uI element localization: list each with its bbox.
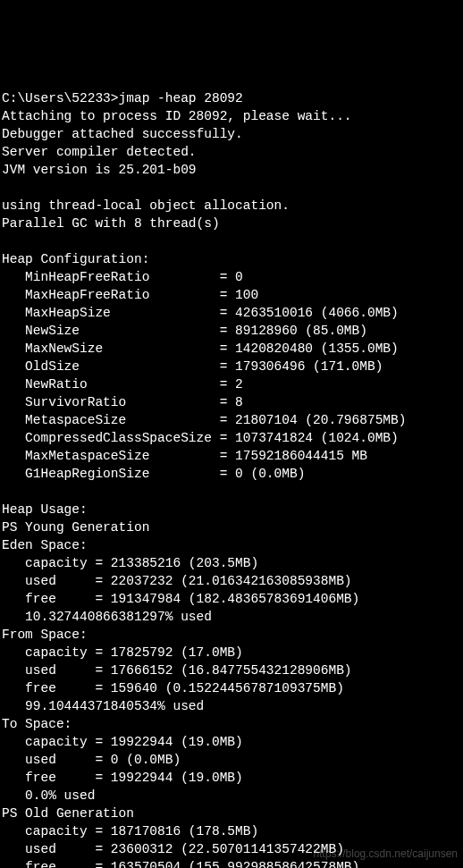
heap-usage-title: Heap Usage: bbox=[2, 502, 88, 517]
from-line: free = 159640 (0.15224456787109375MB) bbox=[2, 681, 344, 695]
config-row: MetaspaceSize = 21807104 (20.796875MB) bbox=[2, 413, 406, 427]
config-row: MaxHeapSize = 4263510016 (4066.0MB) bbox=[2, 306, 399, 320]
output-line: Parallel GC with 8 thread(s) bbox=[2, 216, 220, 231]
to-line: free = 19922944 (19.0MB) bbox=[2, 771, 243, 785]
old-line: free = 163570504 (155.99298858642578MB) bbox=[2, 860, 359, 868]
eden-line: capacity = 213385216 (203.5MB) bbox=[2, 556, 258, 570]
watermark: https://blog.csdn.net/caijunsen bbox=[314, 845, 458, 863]
oldgen-title: PS Old Generation bbox=[2, 806, 134, 821]
to-line: 0.0% used bbox=[2, 788, 95, 803]
from-line: used = 17666152 (16.847755432128906MB) bbox=[2, 663, 352, 678]
old-line: used = 23600312 (22.50701141357422MB) bbox=[2, 842, 344, 856]
eden-line: used = 22037232 (21.016342163085938MB) bbox=[2, 574, 352, 588]
terminal-output[interactable]: C:\Users\52233>jmap -heap 28092 Attachin… bbox=[0, 89, 463, 868]
to-line: capacity = 19922944 (19.0MB) bbox=[2, 735, 243, 749]
prompt: C:\Users\52233> bbox=[2, 91, 119, 105]
config-row: CompressedClassSpaceSize = 1073741824 (1… bbox=[2, 431, 399, 445]
command: jmap -heap 28092 bbox=[119, 91, 243, 105]
from-title: From Space: bbox=[2, 628, 88, 642]
to-title: To Space: bbox=[2, 717, 72, 731]
from-line: 99.10444371840534% used bbox=[2, 699, 204, 713]
config-row: SurvivorRatio = 8 bbox=[2, 395, 243, 409]
output-line: using thread-local object allocation. bbox=[2, 198, 290, 213]
to-line: used = 0 (0.0MB) bbox=[2, 753, 181, 767]
config-row: MaxHeapFreeRatio = 100 bbox=[2, 288, 258, 302]
old-line: capacity = 187170816 (178.5MB) bbox=[2, 824, 258, 839]
heap-config-title: Heap Configuration: bbox=[2, 252, 149, 266]
younggen-title: PS Young Generation bbox=[2, 520, 149, 535]
config-row: NewRatio = 2 bbox=[2, 377, 243, 392]
config-row: MaxNewSize = 1420820480 (1355.0MB) bbox=[2, 341, 399, 356]
config-row: OldSize = 179306496 (171.0MB) bbox=[2, 359, 383, 374]
eden-title: Eden Space: bbox=[2, 538, 88, 552]
output-line: Server compiler detected. bbox=[2, 145, 197, 159]
eden-line: free = 191347984 (182.48365783691406MB) bbox=[2, 592, 359, 606]
output-line: Debugger attached successfully. bbox=[2, 127, 243, 141]
config-row: MaxMetaspaceSize = 17592186044415 MB bbox=[2, 449, 367, 463]
from-line: capacity = 17825792 (17.0MB) bbox=[2, 645, 243, 660]
config-row: MinHeapFreeRatio = 0 bbox=[2, 270, 243, 284]
eden-line: 10.327440866381297% used bbox=[2, 610, 212, 624]
output-line: JVM version is 25.201-b09 bbox=[2, 163, 197, 177]
config-row: G1HeapRegionSize = 0 (0.0MB) bbox=[2, 467, 305, 481]
config-row: NewSize = 89128960 (85.0MB) bbox=[2, 324, 367, 338]
output-line: Attaching to process ID 28092, please wa… bbox=[2, 109, 352, 123]
